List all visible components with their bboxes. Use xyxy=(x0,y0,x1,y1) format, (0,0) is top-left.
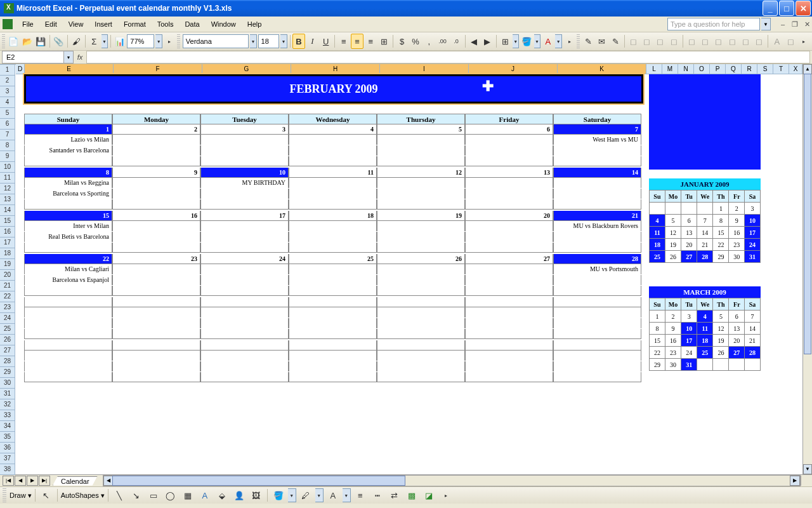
event-cell[interactable] xyxy=(465,232,553,242)
day-number-cell[interactable]: 20 xyxy=(465,211,553,221)
day-number-cell[interactable]: 14 xyxy=(553,168,641,178)
event-cell[interactable] xyxy=(465,199,553,210)
event-cell[interactable] xyxy=(553,307,641,318)
event-cell[interactable]: Lazio vs Milan xyxy=(24,135,112,145)
close-button[interactable]: ✕ xyxy=(796,1,811,16)
line-dropdown[interactable]: ▼ xyxy=(315,488,324,502)
day-number-cell[interactable] xyxy=(553,340,641,351)
event-cell[interactable] xyxy=(553,178,641,188)
event-cell[interactable] xyxy=(200,286,289,296)
day-number-cell[interactable]: 15 xyxy=(24,211,112,221)
day-number-cell[interactable]: 22 xyxy=(24,254,112,264)
event-cell[interactable] xyxy=(465,221,553,231)
align-right-button[interactable]: ≡ xyxy=(365,34,377,49)
scroll-down-button[interactable]: ▼ xyxy=(803,464,812,474)
event-cell[interactable] xyxy=(465,264,553,274)
event-cell[interactable] xyxy=(465,178,553,188)
3d-button[interactable]: ◪ xyxy=(421,488,436,503)
oval-button[interactable]: ◯ xyxy=(163,488,178,503)
event-cell[interactable] xyxy=(377,199,465,210)
help-dropdown[interactable]: ▼ xyxy=(761,18,771,30)
event-cell[interactable] xyxy=(553,199,641,210)
shadow-button[interactable]: ▩ xyxy=(404,488,419,503)
currency-button[interactable]: $ xyxy=(396,34,408,49)
font-color-button[interactable]: A xyxy=(542,34,554,49)
event-cell[interactable]: Real Betis vs Barcelona xyxy=(24,232,112,242)
event-cell[interactable] xyxy=(377,243,465,253)
event-cell[interactable] xyxy=(289,145,377,156)
name-box[interactable]: E2 xyxy=(2,51,64,64)
event-cell[interactable] xyxy=(289,307,377,318)
event-cell[interactable]: Barcelona vs Sporting xyxy=(24,189,112,199)
doc-minimize-button[interactable]: – xyxy=(778,19,788,29)
event-cell[interactable] xyxy=(289,351,377,361)
event-cell[interactable] xyxy=(465,329,553,339)
event-cell[interactable]: MU vs Portsmouth xyxy=(553,264,641,274)
event-cell[interactable]: MU vs Blackburn Rovers xyxy=(553,221,641,231)
event-cell[interactable] xyxy=(377,372,465,382)
event-cell[interactable] xyxy=(112,329,200,339)
event-cell[interactable] xyxy=(553,286,641,296)
help-search-input[interactable]: Type a question for help xyxy=(667,18,760,30)
event-cell[interactable] xyxy=(377,221,465,231)
event-cell[interactable] xyxy=(200,232,289,242)
vertical-scrollbar[interactable]: ▲ ▼ xyxy=(802,64,812,474)
event-cell[interactable] xyxy=(289,189,377,199)
event-cell[interactable] xyxy=(24,329,112,339)
tab-last-button[interactable]: ▶| xyxy=(39,476,50,486)
event-cell[interactable] xyxy=(377,178,465,188)
event-cell[interactable] xyxy=(200,361,289,371)
event-cell[interactable] xyxy=(377,329,465,339)
event-cell[interactable] xyxy=(377,318,465,328)
day-number-cell[interactable]: 9 xyxy=(112,168,200,178)
doc-close-button[interactable]: ✕ xyxy=(802,19,812,29)
event-cell[interactable] xyxy=(200,199,289,210)
event-cell[interactable] xyxy=(289,221,377,231)
arrow-button[interactable]: ↘ xyxy=(129,488,144,503)
toolbar-options[interactable]: ▸ xyxy=(563,34,575,49)
event-cell[interactable] xyxy=(112,243,200,253)
day-number-cell[interactable]: 2 xyxy=(112,124,200,135)
event-cell[interactable] xyxy=(200,135,289,145)
event-cell[interactable] xyxy=(377,264,465,274)
event-cell[interactable] xyxy=(112,156,200,166)
day-number-cell[interactable]: 26 xyxy=(377,254,465,264)
textbox-button[interactable]: ▦ xyxy=(180,488,195,503)
day-number-cell[interactable]: 18 xyxy=(289,211,377,221)
menu-insert[interactable]: Insert xyxy=(89,18,118,30)
event-cell[interactable] xyxy=(377,135,465,145)
increase-decimal-button[interactable]: .00 xyxy=(436,34,449,49)
event-cell[interactable] xyxy=(553,189,641,199)
event-cell[interactable] xyxy=(465,372,553,382)
menu-file[interactable]: File xyxy=(16,18,39,30)
percent-button[interactable]: % xyxy=(409,34,421,49)
day-number-cell[interactable]: 23 xyxy=(112,254,200,264)
dash-style-button[interactable]: ┅ xyxy=(370,488,385,503)
scroll-thumb[interactable] xyxy=(112,476,405,486)
day-number-cell[interactable] xyxy=(112,297,200,307)
worksheet-area[interactable]: 1234567891011121314151617181920212223242… xyxy=(0,64,812,474)
event-cell[interactable] xyxy=(24,286,112,296)
fx-button[interactable]: fx xyxy=(74,53,86,61)
toolbar-handle[interactable] xyxy=(177,34,180,48)
event-cell[interactable] xyxy=(465,156,553,166)
event-cell[interactable] xyxy=(289,275,377,285)
event-cell[interactable] xyxy=(200,156,289,166)
maximize-button[interactable]: □ xyxy=(779,1,794,16)
rectangle-button[interactable]: ▭ xyxy=(146,488,161,503)
event-cell[interactable] xyxy=(377,145,465,156)
event-cell[interactable] xyxy=(200,351,289,361)
day-number-cell[interactable] xyxy=(289,297,377,307)
event-cell[interactable] xyxy=(200,372,289,382)
event-cell[interactable]: Milan vs Cagliari xyxy=(24,264,112,274)
line-button[interactable]: ╲ xyxy=(112,488,127,503)
day-number-cell[interactable]: 1 xyxy=(24,124,112,135)
event-cell[interactable] xyxy=(465,351,553,361)
event-cell[interactable]: West Ham vs MU xyxy=(553,135,641,145)
event-cell[interactable] xyxy=(289,318,377,328)
menu-format[interactable]: Format xyxy=(118,18,152,30)
event-cell[interactable] xyxy=(112,307,200,318)
day-number-cell[interactable] xyxy=(465,297,553,307)
reviewing-button[interactable]: ✉ xyxy=(596,34,608,49)
event-cell[interactable] xyxy=(377,351,465,361)
